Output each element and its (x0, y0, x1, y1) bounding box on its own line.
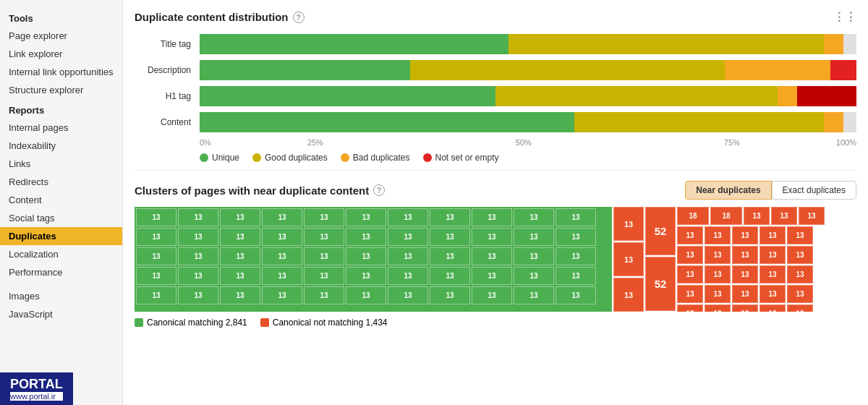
treemap-cell-orange[interactable]: 12 (787, 304, 813, 312)
treemap-cell-green[interactable]: 13 (346, 228, 386, 246)
treemap-cell-green[interactable]: 13 (220, 208, 260, 226)
treemap-cell-green[interactable]: 13 (136, 267, 176, 285)
sidebar-item-indexability[interactable]: Indexability (0, 137, 122, 155)
treemap-cell-orange[interactable]: 13 (744, 207, 770, 225)
treemap-cell-orange[interactable]: 13 (705, 304, 731, 312)
grid-icon[interactable]: ⋮⋮ (833, 10, 856, 24)
sidebar-item-localization[interactable]: Localization (0, 245, 122, 263)
tab-near-duplicates[interactable]: Near duplicates (685, 181, 771, 200)
clusters-help-icon[interactable]: ? (373, 184, 385, 196)
help-icon[interactable]: ? (293, 12, 305, 23)
treemap-cell-green[interactable]: 13 (472, 247, 512, 265)
treemap-cell-green[interactable]: 13 (304, 208, 344, 226)
sidebar-item-images[interactable]: Images (0, 287, 122, 305)
treemap-cell-green[interactable]: 13 (346, 267, 386, 285)
treemap-cell-orange[interactable]: 13 (677, 265, 703, 284)
treemap-cell-green[interactable]: 13 (472, 208, 512, 226)
treemap-cell-orange[interactable]: 13 (677, 226, 703, 244)
treemap-cell-52-top[interactable]: 52 (645, 207, 676, 255)
treemap-cell-orange[interactable]: 13 (760, 226, 786, 244)
treemap-cell-orange[interactable]: 13 (732, 246, 758, 264)
treemap-cell-orange[interactable]: 13 (760, 285, 786, 303)
treemap-cell-green[interactable]: 13 (178, 286, 218, 304)
treemap-cell-green[interactable]: 13 (388, 247, 428, 265)
treemap-cell-green[interactable]: 13 (472, 228, 512, 246)
treemap-cell-green[interactable]: 13 (220, 228, 260, 246)
treemap-cell-orange[interactable]: 12 (760, 304, 786, 312)
treemap-cell-orange[interactable]: 13 (760, 265, 786, 284)
treemap-cell-green[interactable]: 13 (514, 228, 554, 246)
treemap-cell-green[interactable]: 13 (388, 267, 428, 285)
treemap-cell-green[interactable]: 13 (514, 286, 554, 304)
treemap-cell-green[interactable]: 13 (430, 228, 470, 246)
treemap-cell-orange[interactable]: 13 (677, 285, 703, 303)
sidebar-item-social-tags[interactable]: Social tags (0, 209, 122, 227)
sidebar-item-internal-link-opp[interactable]: Internal link opportunities (0, 63, 122, 81)
treemap-cell-green[interactable]: 13 (556, 208, 596, 226)
treemap-cell-green[interactable]: 13 (388, 228, 428, 246)
treemap-cell-green[interactable]: 13 (220, 247, 260, 265)
treemap-cell-green[interactable]: 13 (514, 267, 554, 285)
treemap-cell-green[interactable]: 13 (304, 228, 344, 246)
treemap-cell-orange[interactable]: 13 (771, 207, 797, 225)
treemap-cell-orange[interactable]: 13 (760, 246, 786, 264)
treemap-cell-green[interactable]: 13 (136, 247, 176, 265)
treemap-cell-green[interactable]: 13 (304, 286, 344, 304)
treemap-cell-orange[interactable]: 13 (799, 207, 825, 225)
treemap-cell-green[interactable]: 13 (472, 286, 512, 304)
tab-exact-duplicates[interactable]: Exact duplicates (772, 181, 856, 200)
treemap-cell-orange[interactable]: 13 (787, 285, 813, 303)
treemap-cell-orange[interactable]: 13 (705, 265, 731, 284)
treemap-cell-orange[interactable]: 13 (677, 246, 703, 264)
treemap-cell-orange[interactable]: 13 (732, 265, 758, 284)
sidebar-item-duplicates[interactable]: Duplicates (0, 227, 122, 245)
sidebar-item-javascript[interactable]: JavaScript (0, 305, 122, 323)
treemap-cell-green[interactable]: 13 (136, 228, 176, 246)
treemap-cell-orange[interactable]: 13 (787, 226, 813, 244)
sidebar-item-internal-pages[interactable]: Internal pages (0, 119, 122, 137)
treemap-cell-green[interactable]: 13 (220, 267, 260, 285)
sidebar-item-content[interactable]: Content (0, 191, 122, 209)
treemap-cell-green[interactable]: 13 (220, 286, 260, 304)
treemap-cell-green[interactable]: 13 (262, 208, 302, 226)
treemap-cell-green[interactable]: 13 (304, 247, 344, 265)
treemap-cell-orange[interactable]: 13 (787, 265, 813, 284)
treemap-cell-orange[interactable]: 13 (677, 304, 703, 312)
treemap-cell-green[interactable]: 13 (346, 286, 386, 304)
treemap-cell-green[interactable]: 13 (388, 286, 428, 304)
treemap-cell-green[interactable]: 13 (178, 228, 218, 246)
treemap-cell-green[interactable]: 13 (136, 286, 176, 304)
sidebar-item-structure-explorer[interactable]: Structure explorer (0, 81, 122, 99)
treemap-cell-green[interactable]: 13 (262, 267, 302, 285)
treemap-cell-green[interactable]: 13 (262, 247, 302, 265)
treemap-cell-orange[interactable]: 13 (705, 285, 731, 303)
treemap-cell-green[interactable]: 13 (472, 267, 512, 285)
treemap-cell-green[interactable]: 13 (346, 208, 386, 226)
treemap-cell-green[interactable]: 13 (430, 286, 470, 304)
treemap-cell-52-bottom[interactable]: 52 (645, 257, 676, 311)
treemap-cell-green[interactable]: 13 (178, 247, 218, 265)
treemap-cell-orange[interactable]: 13 (705, 226, 731, 244)
treemap-cell-green[interactable]: 13 (514, 208, 554, 226)
treemap-cell-green[interactable]: 13 (304, 267, 344, 285)
treemap-cell-green[interactable]: 13 (514, 247, 554, 265)
sidebar-item-performance[interactable]: Performance (0, 263, 122, 281)
treemap-cell-green[interactable]: 13 (178, 267, 218, 285)
sidebar-item-link-explorer[interactable]: Link explorer (0, 45, 122, 63)
treemap-cell-orange-small[interactable]: 13 (613, 207, 644, 241)
treemap-cell-orange[interactable]: 18 (677, 207, 709, 225)
treemap-cell-orange[interactable]: 18 (710, 207, 742, 225)
treemap-cell-green[interactable]: 13 (430, 267, 470, 285)
treemap-cell-green[interactable]: 13 (556, 247, 596, 265)
treemap-cell-green[interactable]: 13 (556, 286, 596, 304)
treemap-cell-green[interactable]: 13 (178, 208, 218, 226)
treemap-cell-green[interactable]: 13 (430, 247, 470, 265)
treemap-cell-green[interactable]: 13 (262, 228, 302, 246)
sidebar-item-page-explorer[interactable]: Page explorer (0, 27, 122, 45)
sidebar-item-links[interactable]: Links (0, 155, 122, 173)
treemap-cell-green[interactable]: 13 (346, 247, 386, 265)
treemap-cell-green[interactable]: 13 (430, 208, 470, 226)
treemap-cell-orange[interactable]: 13 (732, 285, 758, 303)
treemap-cell-orange[interactable]: 13 (705, 246, 731, 264)
treemap-cell-orange-small[interactable]: 13 (613, 278, 644, 312)
